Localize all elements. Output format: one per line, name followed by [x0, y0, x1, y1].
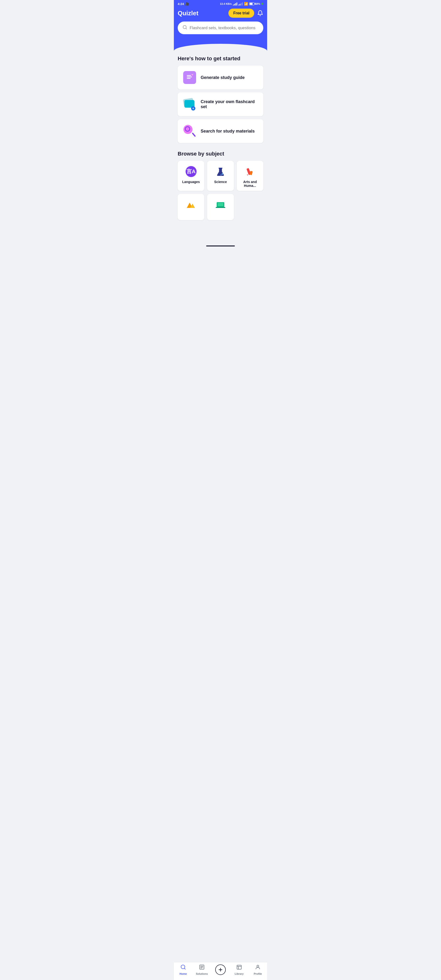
nav-add[interactable] [211, 964, 230, 975]
nav-solutions[interactable]: Solutions [192, 964, 211, 975]
subject-languages-card[interactable]: 言A Languages [178, 161, 204, 191]
svg-rect-15 [216, 207, 225, 208]
create-flashcard-card[interactable]: + Create your own flashcard set [178, 92, 263, 116]
browse-title: Browse by subject [178, 151, 263, 157]
home-label: Home [179, 972, 187, 975]
battery-indicator: 58% [249, 2, 260, 5]
status-right: 13.4 KB/s 📶 58% [220, 2, 263, 6]
svg-rect-4 [187, 78, 190, 79]
bottom-navigation: Home Solutions Lib [174, 962, 267, 980]
solutions-icon [199, 964, 205, 971]
header-top: Quizlet Free trial [178, 9, 263, 18]
library-icon [236, 964, 242, 971]
signal-bars-2 [238, 2, 243, 5]
app-title: Quizlet [178, 10, 198, 17]
arts-label: Arts and Huma... [239, 180, 261, 188]
search-input[interactable] [190, 25, 259, 30]
search-materials-card[interactable]: Search for study materials [178, 119, 263, 143]
subject-math-card[interactable] [178, 194, 204, 220]
study-guide-card-icon [182, 70, 197, 85]
status-bar: 4:24 🎥 13.4 KB/s 📶 58% [174, 0, 267, 7]
math-icon [185, 199, 197, 210]
browse-section: Browse by subject 言A Languages [178, 151, 263, 220]
signal-bars-1 [233, 2, 237, 5]
nav-home[interactable]: Home [174, 964, 192, 975]
green-dot [262, 3, 263, 5]
svg-rect-3 [187, 76, 192, 77]
svg-rect-16 [217, 203, 224, 206]
search-materials-card-icon [182, 124, 197, 138]
profile-icon [255, 964, 261, 971]
science-icon [214, 165, 227, 178]
notification-bell-button[interactable] [257, 10, 263, 16]
svg-marker-10 [247, 174, 248, 176]
languages-label: Languages [182, 180, 200, 184]
profile-label: Profile [254, 972, 262, 975]
svg-line-1 [186, 28, 187, 29]
svg-rect-6 [219, 168, 222, 169]
wifi-icon: 📶 [244, 2, 248, 6]
nav-profile[interactable]: Profile [249, 964, 267, 975]
subject-science-card[interactable]: Science [207, 161, 234, 191]
get-started-title: Here's how to get started [178, 56, 263, 62]
status-left: 4:24 🎥 [178, 2, 189, 6]
header-actions: Free trial [228, 9, 263, 18]
add-button[interactable] [215, 964, 226, 975]
subject-social-science-card[interactable] [207, 194, 234, 220]
subject-arts-card[interactable]: Arts and Huma... [237, 161, 263, 191]
languages-icon: 言A [185, 165, 197, 178]
search-bar[interactable] [178, 22, 263, 34]
search-materials-label: Search for study materials [201, 129, 255, 134]
generate-study-guide-card[interactable]: Generate study guide [178, 65, 263, 89]
social-science-icon [214, 199, 227, 210]
svg-rect-2 [187, 75, 191, 76]
get-started-section: Here's how to get started Generate study… [178, 56, 263, 143]
flashcard-card-icon: + [182, 97, 197, 111]
free-trial-button[interactable]: Free trial [228, 9, 254, 18]
header: Quizlet Free trial [174, 7, 267, 44]
solutions-label: Solutions [196, 972, 208, 975]
svg-point-7 [222, 173, 223, 175]
main-content: Here's how to get started Generate study… [174, 51, 267, 244]
library-label: Library [235, 972, 243, 975]
create-flashcard-label: Create your own flashcard set [201, 99, 259, 109]
arts-icon [244, 165, 256, 178]
subjects-grid: 言A Languages Science [178, 161, 263, 220]
wave-separator [174, 44, 267, 51]
science-label: Science [214, 180, 227, 184]
nav-library[interactable]: Library [230, 964, 249, 975]
svg-line-18 [184, 968, 186, 969]
time-display: 4:24 [178, 2, 184, 6]
svg-point-25 [257, 965, 259, 967]
home-indicator [206, 245, 235, 247]
study-guide-label: Generate study guide [201, 75, 245, 80]
network-speed: 13.4 KB/s [220, 2, 232, 5]
search-icon [182, 25, 187, 31]
battery-percent: 58% [255, 2, 260, 5]
home-icon [180, 964, 186, 971]
svg-point-8 [220, 174, 222, 175]
camera-icon: 🎥 [186, 2, 189, 6]
